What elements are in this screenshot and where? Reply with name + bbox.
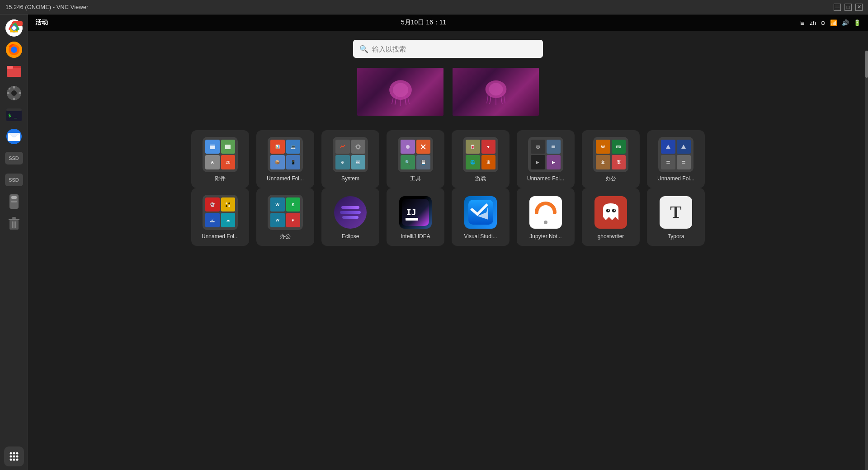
folder-un2-mini-2 bbox=[547, 140, 561, 154]
dock-item-usb[interactable] bbox=[4, 192, 24, 212]
gnome-desktop: $ _ SSD SSD bbox=[0, 14, 868, 470]
app-folder-office[interactable]: W 文 表 办公 bbox=[582, 130, 640, 188]
dock-item-settings[interactable] bbox=[4, 83, 24, 103]
folder-games-icon-area: 🀄 ♥ 🌐 東 bbox=[462, 136, 499, 173]
dock-item-ssd1[interactable]: SSD bbox=[4, 148, 24, 168]
jupyter-label: Jupyter Not... bbox=[529, 233, 561, 240]
search-input[interactable] bbox=[372, 45, 537, 53]
app-folder-office2[interactable]: W S W P 办公 bbox=[256, 188, 314, 246]
app-folder-unnamed4[interactable]: 👻 🗻 ☁ Unnamed Fol... bbox=[191, 188, 249, 246]
folder-office-mini-1: W bbox=[596, 140, 610, 154]
app-folder-unnamed3[interactable]: Unnamed Fol... bbox=[647, 130, 705, 188]
folder-unnamed2-grid: ▶ ▶ bbox=[528, 137, 563, 172]
svg-rect-66 bbox=[406, 218, 418, 221]
folder-unnamed2-label: Unnamed Fol... bbox=[527, 175, 564, 182]
folder-unnamed1-label: Unnamed Fol... bbox=[267, 175, 304, 182]
intellij-svg: IJ bbox=[402, 199, 429, 226]
eclipse-label: Eclipse bbox=[342, 233, 359, 240]
jupyter-icon bbox=[529, 196, 562, 229]
scrollbar[interactable] bbox=[865, 51, 868, 470]
dock-item-email[interactable] bbox=[4, 127, 24, 146]
dock-item-files[interactable] bbox=[4, 61, 24, 81]
settings-icon bbox=[6, 85, 22, 101]
vscode-svg bbox=[468, 200, 493, 225]
vnc-titlebar: 15.246 (GNOME) - VNC Viewer — □ ✕ bbox=[0, 0, 868, 14]
wifi-icon[interactable]: 📶 bbox=[830, 19, 837, 26]
svg-point-7 bbox=[11, 47, 17, 53]
folder-un2-mini-4: ▶ bbox=[547, 155, 561, 169]
topbar-status-area: 🖥 zh ⊙ 📶 🔊 🔋 bbox=[799, 19, 861, 26]
dock-item-chrome[interactable] bbox=[4, 18, 24, 38]
app-row-2: 👻 🗻 ☁ Unnamed Fol... bbox=[191, 188, 705, 246]
app-folder-system[interactable]: ⚙ 🔤 System bbox=[321, 130, 379, 188]
folder-games-label: 游戏 bbox=[475, 175, 486, 182]
ghostwriter-icon-area bbox=[593, 194, 629, 230]
folder-unnamed3-label: Unnamed Fol... bbox=[657, 175, 694, 182]
app-folder-tools[interactable]: 🔍 💾 工具 bbox=[387, 130, 444, 188]
display-icon[interactable]: 🖥 bbox=[799, 19, 805, 26]
svg-point-70 bbox=[544, 221, 547, 224]
dock-item-terminal[interactable]: $ _ bbox=[4, 105, 24, 125]
folder-games-mini-2: ♥ bbox=[481, 140, 496, 154]
lang-indicator[interactable]: zh bbox=[810, 19, 816, 26]
app-typora[interactable]: T Typora bbox=[647, 188, 705, 246]
app-folder-unnamed1[interactable]: 📊 💻 📦 📱 Unnamed Fol... bbox=[256, 130, 314, 188]
app-intellij[interactable]: IJ IntelliJ IDEA bbox=[387, 188, 444, 246]
dock-item-ssd2[interactable]: SSD bbox=[4, 170, 24, 190]
battery-icon[interactable]: 🔋 bbox=[854, 19, 861, 26]
svg-point-35 bbox=[16, 452, 18, 455]
svg-point-38 bbox=[16, 456, 18, 458]
folder-system-icon-area: ⚙ 🔤 bbox=[332, 136, 368, 173]
svg-point-63 bbox=[226, 205, 227, 207]
apps-grid-icon bbox=[9, 451, 19, 461]
volume-icon[interactable]: 🔊 bbox=[842, 19, 849, 26]
show-apps-button[interactable] bbox=[4, 446, 24, 466]
svg-rect-14 bbox=[13, 98, 15, 100]
svg-point-43 bbox=[392, 83, 408, 97]
svg-point-34 bbox=[13, 452, 15, 455]
folder-un2-mini-1 bbox=[531, 140, 545, 154]
folder-office-icon-area: W 文 表 bbox=[593, 136, 629, 173]
minimize-button[interactable]: — bbox=[834, 4, 841, 11]
folder-office-label: 办公 bbox=[605, 175, 616, 182]
dock-item-trash[interactable] bbox=[4, 213, 24, 233]
svg-text:T: T bbox=[670, 202, 681, 221]
folder-games-mini-4: 東 bbox=[481, 155, 496, 169]
scrollbar-thumb[interactable] bbox=[865, 51, 868, 78]
search-bar[interactable]: 🔍 bbox=[353, 40, 543, 58]
workspace-1[interactable] bbox=[356, 67, 444, 117]
svg-point-41 bbox=[16, 459, 18, 461]
svg-rect-57 bbox=[666, 161, 670, 162]
folder-un4-mini-3: 🗻 bbox=[205, 213, 220, 227]
app-vscode[interactable]: Visual Studi... bbox=[452, 188, 509, 246]
app-eclipse[interactable]: Eclipse bbox=[321, 188, 379, 246]
eclipse-stripes bbox=[334, 196, 367, 229]
workspace-2[interactable] bbox=[452, 67, 540, 117]
activities-label[interactable]: 活动 bbox=[35, 19, 48, 27]
indicator-icon: ⊙ bbox=[821, 19, 826, 26]
app-folder-unnamed2[interactable]: ▶ ▶ Unnamed Fol... bbox=[517, 130, 575, 188]
search-icon: 🔍 bbox=[359, 45, 368, 53]
typora-label: Typora bbox=[668, 233, 684, 240]
app-folder-games[interactable]: 🀄 ♥ 🌐 東 游戏 bbox=[452, 130, 509, 188]
app-folder-fujian[interactable]: A 28 附件 bbox=[191, 130, 249, 188]
app-ghostwriter[interactable]: ghostwriter bbox=[582, 188, 640, 246]
usb-icon bbox=[6, 193, 22, 210]
typora-icon: T bbox=[660, 196, 692, 229]
folder-tools-mini-3: 🔍 bbox=[401, 155, 415, 169]
folder-mini-1 bbox=[205, 140, 220, 154]
folder-tools-grid: 🔍 💾 bbox=[398, 137, 433, 172]
svg-rect-47 bbox=[210, 146, 215, 146]
dock-item-firefox[interactable] bbox=[4, 40, 24, 60]
folder-un4-mini-4: ☁ bbox=[221, 213, 236, 227]
close-button[interactable]: ✕ bbox=[855, 4, 863, 11]
folder-sys-mini-3: ⚙ bbox=[335, 155, 350, 169]
maximize-button[interactable]: □ bbox=[844, 4, 852, 11]
gnome-dock: $ _ SSD SSD bbox=[0, 14, 28, 470]
folder-office2-grid: W S W P bbox=[268, 195, 303, 230]
svg-point-12 bbox=[11, 90, 17, 96]
app-jupyter[interactable]: Jupyter Not... bbox=[517, 188, 575, 246]
svg-rect-53 bbox=[552, 146, 555, 148]
folder-office2-label: 办公 bbox=[280, 233, 291, 240]
svg-point-52 bbox=[537, 146, 539, 148]
